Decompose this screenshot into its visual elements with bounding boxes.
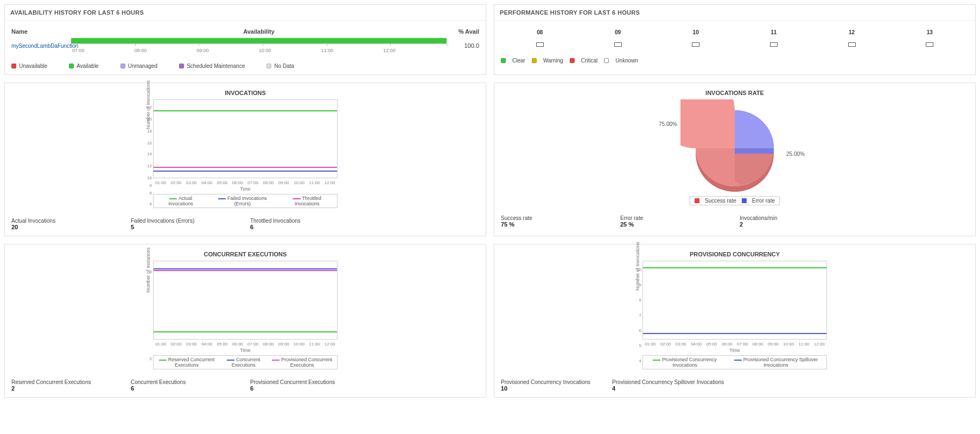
availability-legend: Unavailable Available Unmanaged Schedule… [11, 63, 479, 69]
stat-value: 6 [131, 385, 228, 392]
stat-label: Concurrent Executions [131, 379, 186, 385]
concurrent-chart[interactable]: Number of Instances 62 01:0002:0003:0004… [153, 261, 338, 369]
square-icon [120, 64, 125, 68]
status-box-icon[interactable] [926, 42, 933, 47]
stats-row: Actual Invocations20 Failed Invocations … [11, 218, 479, 230]
invocations-card: INVOCATIONS Number of Invocations 222018… [4, 83, 486, 236]
legend-label: Success rate [705, 198, 736, 204]
hour-label: 12 [813, 29, 891, 35]
square-icon [266, 64, 271, 68]
axis-ticks [71, 43, 447, 46]
axis-tick: 12:00 [383, 48, 446, 53]
performance-history-card: PERFORMANCE HISTORY FOR LAST 6 HOURS 08 … [494, 4, 976, 75]
stat-label: Actual Invocations [11, 218, 55, 224]
stats-row: Provisioned Concurrency Invocations10 Pr… [501, 379, 969, 392]
stat-label: Invocations/min [740, 215, 777, 221]
pie-legend: Success rate Error rate [690, 196, 780, 205]
series-reserved [154, 331, 337, 332]
plot-area [153, 261, 338, 339]
legend-label: No Data [274, 63, 294, 69]
y-ticks: 22201816141210864 [143, 99, 152, 208]
legend-label: Available [77, 63, 98, 69]
stats-row: Reserved Concurrent Executions2 Concurre… [11, 379, 479, 392]
status-box-icon[interactable] [614, 42, 622, 47]
legend-label: Unknown [615, 58, 638, 64]
resource-link[interactable]: mySecondLambDaFunction [11, 43, 78, 49]
axis-tick: 07:00 [72, 48, 135, 53]
legend-label: Provisioned Concurrent Executions [281, 357, 332, 368]
stat-value: 20 [11, 224, 109, 230]
stat-label: Provisioned Concurrency Invocations [501, 379, 590, 385]
stats-row: Success rate75 % Error rate25 % Invocati… [501, 215, 969, 228]
col-pct: % Avail [447, 28, 479, 35]
provisioned-chart[interactable]: Number of Invocations 10987654 01:0002:0… [642, 261, 827, 369]
legend-label: Warning [543, 58, 563, 64]
performance-legend: Clear Warning Critical Unknown [501, 58, 969, 64]
hour-label: 08 [501, 29, 579, 35]
pie-slice-label: 25.00% [786, 151, 805, 157]
chart-legend: Actual Invocations Failed Invocations (E… [153, 194, 338, 208]
legend-label: Reserved Concurrent Executions [168, 357, 215, 368]
hour-label: 09 [579, 29, 657, 35]
status-box-icon[interactable] [770, 42, 778, 47]
stat-value: 75 % [501, 221, 599, 228]
status-box-icon[interactable] [692, 42, 699, 47]
invocations-rate-chart[interactable]: 75.00% 25.00% Success rate [501, 99, 969, 205]
legend-label: Clear [512, 58, 525, 64]
square-icon [69, 64, 74, 68]
hour-label: 11 [735, 29, 813, 35]
chart-title: INVOCATIONS RATE [501, 90, 969, 96]
chart-title: INVOCATIONS [11, 90, 479, 96]
stat-value: 2 [11, 385, 109, 392]
stat-value: 5 [131, 224, 228, 230]
legend-label: Scheduled Maintenance [187, 63, 245, 69]
performance-header: 08 09 10 11 12 13 [501, 29, 969, 35]
legend-label: Unmanaged [128, 63, 157, 69]
stat-value: 2 [740, 221, 837, 228]
stat-label: Throttled Invocations [250, 218, 301, 224]
square-icon [604, 58, 609, 63]
pie-icon [680, 99, 789, 192]
series-actual [154, 110, 337, 111]
stat-value: 6 [250, 385, 348, 392]
chart-legend: Provisioned Concurrency Invocations Prov… [642, 355, 827, 369]
stat-label: Provisioned Concurrent Executions [250, 379, 335, 385]
hour-label: 13 [890, 29, 969, 35]
legend-label: Critical [581, 58, 598, 64]
y-ticks: 62 [143, 261, 152, 369]
x-axis-label: Time [153, 186, 338, 192]
invocations-chart[interactable]: Number of Invocations 22201816141210864 … [153, 99, 338, 208]
legend-label: Actual Invocations [168, 196, 193, 206]
axis-tick: 11:00 [321, 48, 384, 53]
axis-tick: 08:00 [135, 48, 197, 53]
plot-area [153, 99, 338, 178]
availability-axis: 07:00 08:00 09:00 10:00 11:00 12:00 [71, 48, 447, 53]
legend-label: Failed Invocations (Errors) [227, 196, 267, 206]
square-icon [570, 58, 575, 63]
card-title: AVAILABILITY HISTORY FOR LAST 6 HOURS [5, 5, 486, 21]
legend-label: Concurrent Executions [232, 357, 260, 368]
stat-label: Reserved Concurrent Executions [11, 379, 91, 385]
series-prov-inv [643, 267, 826, 268]
col-availability: Availability [71, 28, 447, 35]
chart-legend: Reserved Concurrent Executions Concurren… [153, 355, 338, 369]
legend-label: Throttled Invocations [295, 196, 321, 206]
performance-row [501, 42, 969, 48]
chart-title: CONCURRENT EXECUTIONS [11, 251, 479, 257]
x-axis-label: Time [153, 348, 338, 353]
pct-value: 100.0 [447, 42, 479, 49]
stat-value: 25 % [620, 221, 718, 228]
stat-value: 4 [612, 385, 724, 392]
series-concurrent [154, 268, 337, 269]
invocations-rate-card: INVOCATIONS RATE 75.00% 25.00% [494, 83, 976, 236]
status-box-icon[interactable] [848, 42, 856, 47]
legend-label: Error rate [752, 198, 775, 204]
legend-label: Unavailable [19, 63, 47, 69]
availability-table-header: Name Availability % Avail [11, 25, 479, 38]
status-box-icon[interactable] [536, 42, 544, 47]
stat-label: Failed Invocations (Errors) [131, 218, 194, 224]
availability-history-card: AVAILABILITY HISTORY FOR LAST 6 HOURS Na… [4, 4, 486, 75]
chart-title: PROVISIONED CONCURRENCY [501, 251, 969, 257]
col-name: Name [11, 28, 71, 35]
series-failed [154, 171, 337, 172]
